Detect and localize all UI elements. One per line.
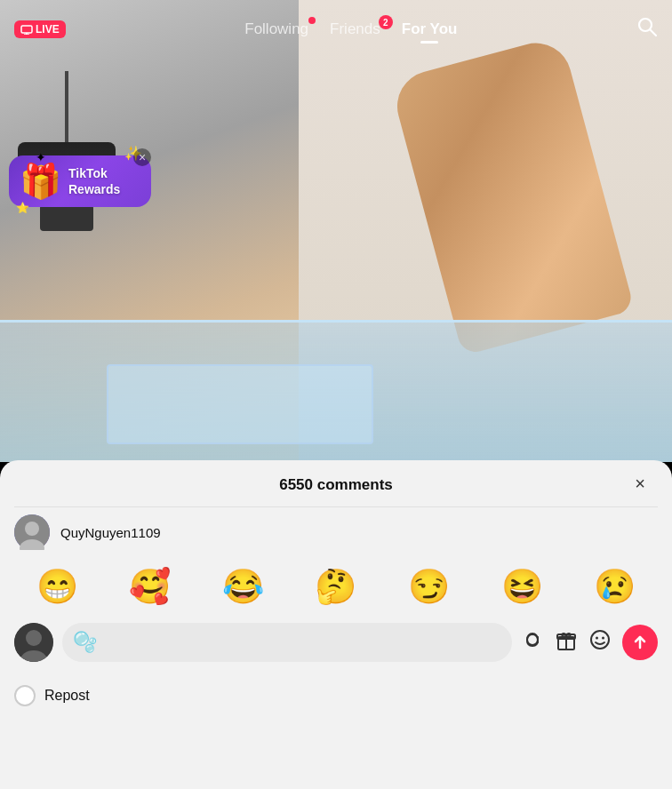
tab-following-label: Following [244, 20, 308, 37]
svg-point-17 [602, 637, 604, 640]
following-dot [308, 17, 316, 24]
emoji-think[interactable]: 🤔 [315, 570, 356, 603]
live-label: LIVE [36, 23, 60, 36]
svg-point-9 [26, 630, 42, 646]
emoji-hearts[interactable]: 🥰 [129, 570, 171, 603]
tab-friends[interactable]: Friends 2 [330, 20, 380, 38]
rewards-box: 🎁 TikTok Rewards ✨ ⭐ ✦ [9, 155, 151, 207]
tab-following[interactable]: Following [244, 20, 308, 38]
rewards-line2: Rewards [68, 182, 120, 196]
rewards-close-button[interactable]: × [133, 148, 151, 166]
comment-input-bar[interactable]: 🫧 [62, 623, 512, 662]
rewards-text: TikTok Rewards [68, 165, 120, 197]
lamp-base [40, 204, 93, 231]
user-avatar [14, 623, 53, 662]
emoji-laughcry[interactable]: 😂 [222, 570, 264, 603]
emoji-sad[interactable]: 😢 [594, 570, 636, 603]
input-row: 🫧 [0, 616, 672, 676]
send-button[interactable] [622, 625, 658, 660]
input-blob-emoji: 🫧 [73, 631, 97, 654]
comments-header: 6550 comments × [0, 460, 672, 506]
svg-point-15 [591, 631, 609, 649]
comments-title: 6550 comments [279, 476, 393, 494]
emoji-xd[interactable]: 😆 [501, 570, 543, 603]
tank-visual [0, 320, 672, 462]
lamp-chain [65, 71, 68, 142]
repost-checkbox[interactable] [14, 685, 36, 706]
comment-item: QuyNguyen1109 [0, 507, 672, 557]
live-icon: LIVE [14, 20, 66, 38]
svg-point-16 [596, 637, 598, 640]
emoji-grin[interactable]: 😁 [36, 570, 78, 603]
lamp-visual [18, 71, 116, 231]
friends-badge: 2 [379, 15, 393, 29]
repost-label: Repost [44, 688, 90, 704]
repost-row[interactable]: Repost [0, 676, 672, 721]
comment-username: QuyNguyen1109 [60, 525, 161, 540]
rewards-overlay[interactable]: × 🎁 TikTok Rewards ✨ ⭐ ✦ [9, 155, 151, 207]
tab-for-you[interactable]: For You [402, 20, 458, 38]
svg-point-6 [25, 522, 39, 536]
tab-friends-label: Friends [330, 20, 380, 37]
video-area [0, 0, 672, 462]
comments-close-button[interactable]: × [626, 469, 654, 498]
search-button[interactable] [636, 16, 658, 43]
nav-tabs: Following Friends 2 For You [244, 20, 457, 38]
top-nav: LIVE Following Friends 2 For You [0, 0, 672, 59]
emoji-row: 😁 🥰 😂 🤔 😏 😆 😢 [0, 557, 672, 616]
live-badge[interactable]: LIVE [14, 20, 66, 38]
face-button[interactable] [588, 628, 612, 657]
gift-button[interactable] [555, 628, 578, 657]
input-actions [521, 625, 658, 660]
rewards-emoji: 🎁 [20, 164, 61, 198]
bottom-panel: 6550 comments × QuyNguyen1109 😁 🥰 😂 🤔 😏 … [0, 460, 672, 789]
svg-rect-0 [21, 26, 32, 33]
emoji-smirk[interactable]: 😏 [408, 570, 450, 603]
rewards-line1: TikTok [68, 166, 108, 180]
rewards-sparkle-left: ⭐ [16, 202, 29, 214]
tab-for-you-label: For You [402, 20, 458, 37]
rewards-star-top: ✦ [36, 150, 46, 164]
comment-avatar [14, 514, 50, 550]
at-button[interactable] [521, 628, 544, 657]
svg-line-4 [650, 30, 656, 36]
tank-block [107, 364, 373, 444]
